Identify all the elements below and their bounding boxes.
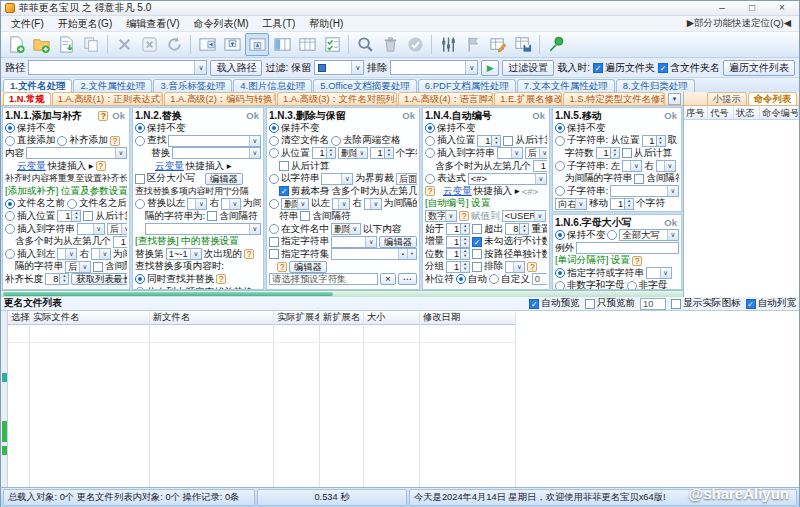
dropdown-arrow-icon[interactable]: ∨: [195, 199, 206, 209]
tab-text-attr[interactable]: 7.文本文件属性处理: [517, 79, 615, 92]
dropdown-arrow-icon[interactable]: ∨: [465, 61, 477, 74]
tab-tips[interactable]: 小提示: [707, 92, 747, 105]
listbox[interactable]: ▴▾: [331, 248, 417, 260]
radio-option[interactable]: 子字符串: 从位置: [555, 135, 640, 148]
combo-box[interactable]: ∨: [497, 147, 523, 159]
col-actual-ext[interactable]: 实际扩展名: [274, 311, 319, 325]
table-save-button[interactable]: [511, 33, 535, 56]
radio-option[interactable]: 自定义: [489, 273, 530, 286]
help-icon[interactable]: ?: [110, 136, 120, 146]
checkbox-option[interactable]: 含间隔符: [93, 261, 127, 274]
refresh-button[interactable]: [162, 33, 186, 56]
combo-box[interactable]: <USER0>∨: [502, 210, 546, 222]
subtab-special[interactable]: 1.S.特定类型文件名修改: [563, 92, 665, 105]
dropdown-arrow-icon[interactable]: ∨: [660, 268, 671, 278]
radio-option[interactable]: 保持不变: [269, 122, 319, 135]
spin-arrows[interactable]: ▴▾: [625, 198, 634, 210]
button[interactable]: 编辑器: [205, 173, 243, 185]
dropdown-arrow-icon[interactable]: ∨: [370, 199, 381, 209]
ok-button[interactable]: Ok: [530, 110, 547, 121]
checkbox[interactable]: ✓: [472, 237, 482, 247]
dropdown-arrow-icon[interactable]: ∨: [121, 224, 127, 234]
combo-box[interactable]: ∨: [331, 236, 377, 248]
radio-option[interactable]: 表达式: [425, 172, 466, 185]
radio-option[interactable]: 指定字符或字符串: [555, 267, 644, 280]
radio-button[interactable]: [269, 123, 279, 133]
dropdown-arrow-icon[interactable]: ∨: [664, 161, 675, 171]
checkbox-option[interactable]: ✓未勾选行不计数: [472, 235, 547, 248]
checkbox-option[interactable]: ✓剪裁本身: [279, 185, 329, 198]
spinbox[interactable]: 1▴▾: [533, 160, 547, 172]
quick-locate-link[interactable]: ▶部分功能快速定位(Q)◀: [687, 17, 796, 30]
checklist-button[interactable]: [320, 33, 344, 56]
ok-button[interactable]: Ok: [662, 217, 679, 228]
radio-option[interactable]: 子字符串:: [555, 185, 608, 198]
checkbox-option[interactable]: 指定字符串: [269, 235, 329, 248]
checkbox[interactable]: ✓: [746, 299, 756, 309]
checkbox[interactable]: ✓: [658, 63, 668, 73]
spinbox[interactable]: 1▴▾: [446, 248, 470, 260]
scroll-up-icon[interactable]: ▴: [398, 249, 407, 259]
dropdown-arrow-icon[interactable]: ∨: [630, 161, 641, 171]
down-arrow-icon[interactable]: ▾: [461, 267, 469, 272]
spin-arrows[interactable]: ▴▾: [520, 223, 529, 235]
combo-box[interactable]: 后∨: [525, 147, 547, 159]
radio-option[interactable]: 插入位置: [425, 135, 475, 148]
tab-music-tag[interactable]: 3.音乐标签处理: [153, 79, 232, 92]
dropdown-arrow-icon[interactable]: ∨: [93, 224, 104, 234]
radio-button[interactable]: [135, 199, 145, 209]
radio-button[interactable]: [489, 274, 499, 284]
radio-button[interactable]: [135, 274, 145, 284]
dropdown-arrow-icon[interactable]: ∨: [341, 174, 352, 184]
checkbox[interactable]: [472, 249, 482, 259]
checkbox[interactable]: ✓: [279, 186, 289, 196]
ok-button[interactable]: Ok: [110, 110, 127, 121]
radio-option[interactable]: 文件名之后: [67, 198, 127, 211]
down-arrow-icon[interactable]: ▾: [72, 216, 80, 221]
path-combo[interactable]: ∨: [28, 60, 207, 75]
spinbox[interactable]: 1▴▾: [113, 236, 127, 248]
checkbox-option[interactable]: 含间隔符: [207, 210, 257, 223]
spin-arrows[interactable]: ▴▾: [461, 248, 470, 260]
dropdown-arrow-icon[interactable]: ∨: [356, 148, 367, 158]
radio-option[interactable]: 子字符串: 左: [555, 160, 620, 173]
subtab-normal[interactable]: 1.N.常规: [3, 92, 51, 105]
radio-button[interactable]: [135, 136, 145, 146]
close-button[interactable]: ×: [769, 2, 795, 14]
checkbox[interactable]: ✓: [529, 299, 539, 309]
checkbox-option[interactable]: 从后计算: [622, 147, 672, 160]
text-input[interactable]: 0: [532, 273, 547, 285]
auto-preview-checkbox[interactable]: ✓自动预览: [529, 297, 579, 310]
dropdown-arrow-icon[interactable]: ∨: [534, 211, 545, 221]
col-index[interactable]: 序号: [684, 106, 708, 119]
dropdown-arrow-icon[interactable]: ∨: [79, 262, 90, 272]
checkbox[interactable]: [634, 174, 644, 184]
help-icon[interactable]: ?: [244, 249, 254, 259]
radio-option[interactable]: 补齐添加: [57, 135, 107, 148]
combo-box[interactable]: ∨: [172, 147, 261, 159]
spinbox[interactable]: 1▴▾: [446, 236, 470, 248]
spin-arrows[interactable]: ▴▾: [72, 210, 81, 222]
combo-box[interactable]: 删除∨: [331, 223, 361, 235]
checkbox-option[interactable]: 含间隔符: [300, 210, 350, 223]
radio-button[interactable]: [269, 174, 279, 184]
help-icon[interactable]: ?: [98, 111, 108, 121]
dropdown-arrow-icon[interactable]: ∨: [349, 224, 360, 234]
tab-pdf[interactable]: 6.PDF文档属性处理: [418, 79, 516, 92]
radio-button[interactable]: [269, 199, 279, 209]
col-new-ext[interactable]: 新扩展名: [320, 311, 363, 325]
checkbox[interactable]: [207, 211, 217, 221]
help-icon[interactable]: ?: [425, 186, 435, 196]
radio-button[interactable]: [5, 123, 15, 133]
help-icon[interactable]: ?: [527, 262, 537, 272]
radio-button[interactable]: [627, 281, 637, 290]
col-code[interactable]: 代号: [708, 106, 734, 119]
checkbox-option[interactable]: 从后计算: [279, 160, 329, 173]
radio-option[interactable]: 去除两端空格: [331, 135, 401, 148]
preview-count-input[interactable]: 10: [640, 298, 666, 310]
down-arrow-icon[interactable]: ▾: [60, 279, 68, 284]
combo-box[interactable]: 后面∨: [396, 173, 417, 185]
subtab-regex[interactable]: 1.A.高级(1)：正则表达式等: [52, 92, 164, 105]
combo-box[interactable]: ∨: [168, 135, 261, 147]
down-arrow-icon[interactable]: ▾: [611, 153, 619, 158]
